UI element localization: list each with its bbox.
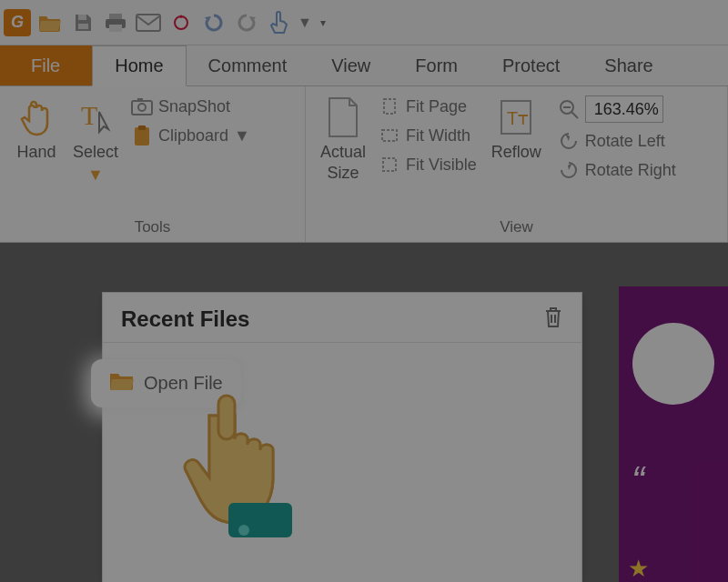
clipboard-icon	[131, 125, 153, 146]
hand-tool-button[interactable]: Hand	[7, 92, 66, 167]
snapshot-button[interactable]: SnapShot	[131, 95, 250, 117]
rotate-right-button[interactable]: Rotate Right	[558, 159, 676, 181]
fit-width-icon	[379, 125, 400, 146]
select-tool-button[interactable]: T Select ▼	[66, 92, 126, 190]
fit-width-button[interactable]: Fit Width	[379, 125, 477, 146]
start-page: Recent Files Open File “ ★	[0, 243, 728, 582]
zoom-control[interactable]: 163.46%	[558, 95, 676, 123]
fit-visible-icon	[379, 154, 400, 176]
svg-text:T: T	[81, 100, 97, 130]
recent-files-title: Recent Files	[121, 306, 249, 332]
tab-protect[interactable]: Protect	[480, 45, 582, 85]
recent-files-panel: Recent Files	[102, 292, 582, 582]
fit-visible-label: Fit Visible	[406, 156, 477, 175]
svg-rect-5	[136, 15, 160, 31]
chevron-down-icon: ▼	[234, 126, 250, 146]
qat-print-icon[interactable]	[102, 9, 129, 36]
group-label-view: View	[313, 215, 720, 242]
snapshot-label: SnapShot	[158, 97, 230, 116]
qat-touch-dropdown-icon[interactable]: ▼	[298, 9, 311, 36]
qat-new-icon[interactable]	[167, 9, 195, 36]
reflow-icon: Tᴛ	[498, 97, 534, 137]
promo-quote-mark: “	[632, 458, 644, 502]
clipboard-button[interactable]: Clipboard ▼	[131, 125, 250, 146]
zoom-value-field[interactable]: 163.46%	[585, 95, 663, 123]
fit-page-icon	[379, 95, 400, 117]
svg-point-9	[138, 104, 146, 111]
svg-rect-0	[78, 15, 86, 20]
fit-width-label: Fit Width	[406, 126, 470, 146]
rotate-right-icon	[558, 159, 580, 181]
tab-file[interactable]: File	[0, 45, 92, 85]
qat-touch-mode-icon[interactable]	[266, 9, 293, 36]
hand-tool-label: Hand	[16, 143, 56, 162]
open-file-label: Open File	[144, 373, 223, 394]
qat-save-icon[interactable]	[69, 9, 96, 36]
svg-rect-13	[384, 99, 395, 114]
clipboard-label: Clipboard	[158, 126, 228, 146]
fit-visible-button[interactable]: Fit Visible	[379, 154, 477, 176]
clear-recent-button[interactable]	[543, 306, 563, 333]
select-tool-label: Select	[73, 143, 118, 162]
svg-point-6	[175, 16, 187, 29]
rotate-left-icon	[558, 130, 580, 152]
reflow-label: Reflow	[491, 143, 541, 162]
actual-size-label2: Size	[328, 164, 359, 183]
open-file-button[interactable]: Open File	[91, 359, 241, 407]
svg-rect-2	[109, 14, 122, 19]
promo-panel: “ ★	[619, 286, 728, 582]
quick-access-toolbar: G ▼ ▾	[0, 0, 728, 45]
tab-view[interactable]: View	[309, 45, 393, 85]
rotate-left-label: Rotate Left	[585, 132, 665, 151]
ribbon: Hand T Select ▼ SnapShot	[0, 86, 728, 243]
qat-mail-icon[interactable]	[135, 9, 162, 36]
reflow-button[interactable]: Tᴛ Reflow	[484, 92, 549, 167]
ribbon-group-tools: Hand T Select ▼ SnapShot	[0, 86, 306, 242]
folder-open-icon	[109, 370, 135, 396]
qat-redo-icon[interactable]	[233, 9, 260, 36]
tab-home[interactable]: Home	[92, 45, 186, 86]
chevron-down-icon: ▼	[87, 166, 104, 185]
svg-rect-4	[109, 25, 122, 32]
svg-rect-14	[382, 130, 397, 141]
trash-icon	[543, 306, 563, 329]
qat-open-icon[interactable]	[36, 9, 64, 36]
svg-line-19	[571, 112, 578, 118]
promo-graphic	[632, 323, 714, 405]
svg-text:Tᴛ: Tᴛ	[507, 108, 529, 128]
fit-page-label: Fit Page	[406, 97, 467, 116]
qat-undo-icon[interactable]	[200, 9, 228, 36]
tab-form[interactable]: Form	[393, 45, 480, 85]
actual-size-button[interactable]: Actual Size	[313, 92, 373, 188]
zoom-out-icon	[558, 98, 580, 120]
group-label-tools: Tools	[7, 215, 298, 242]
hand-icon	[18, 97, 55, 137]
tab-comment[interactable]: Comment	[187, 45, 310, 85]
rotate-right-label: Rotate Right	[585, 161, 676, 180]
fit-page-button[interactable]: Fit Page	[379, 95, 477, 117]
app-logo: G	[4, 9, 31, 36]
svg-rect-1	[78, 24, 88, 29]
rotate-left-button[interactable]: Rotate Left	[558, 130, 676, 152]
ribbon-tabs: File Home Comment View Form Protect Shar…	[0, 45, 728, 86]
tab-share[interactable]: Share	[582, 45, 675, 85]
page-icon	[326, 97, 360, 137]
svg-rect-15	[383, 158, 396, 171]
qat-customize-icon[interactable]: ▾	[317, 9, 329, 36]
svg-rect-12	[138, 125, 146, 130]
svg-rect-10	[137, 98, 143, 102]
star-icon: ★	[628, 555, 649, 582]
select-icon: T	[77, 97, 114, 137]
actual-size-label1: Actual	[320, 143, 366, 162]
ribbon-group-view: Actual Size Fit Page Fit Width Fit Visib…	[306, 86, 728, 242]
camera-icon	[131, 95, 153, 117]
